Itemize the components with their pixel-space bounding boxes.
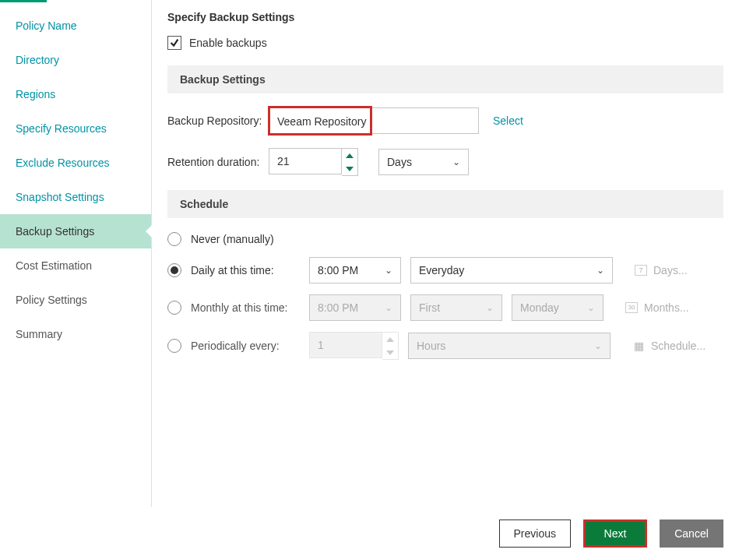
backup-repository-row: Backup Repository: Veeam Repository Sele…: [167, 107, 723, 134]
schedule-never-label: Never (manually): [191, 233, 300, 245]
sidebar-active-accent: [0, 0, 47, 2]
daily-days-label: Days...: [653, 264, 688, 276]
periodic-step-down: [382, 346, 398, 359]
schedule-monthly-row: Monthly at this time: 8:00 PM ⌄ First ⌄ …: [167, 294, 723, 321]
schedule-periodic-row: Periodically every: 1 Hours ⌄ ▦ Schedule…: [167, 332, 723, 360]
daily-time-dropdown[interactable]: 8:00 PM ⌄: [309, 257, 401, 284]
daily-days-button[interactable]: 7 Days...: [635, 264, 688, 276]
cancel-button[interactable]: Cancel: [660, 519, 723, 548]
sidebar-item-specify-resources[interactable]: Specify Resources: [0, 111, 151, 146]
sidebar-item-policy-name[interactable]: Policy Name: [0, 9, 151, 43]
page-title: Specify Backup Settings: [167, 11, 723, 23]
retention-row: Retention duration: 21 Days ⌄: [167, 148, 723, 176]
sidebar-item-exclude-resources[interactable]: Exclude Resources: [0, 146, 151, 180]
next-button[interactable]: Next: [583, 519, 647, 548]
retention-step-up[interactable]: [342, 149, 357, 162]
schedule-monthly-label: Monthly at this time:: [191, 301, 300, 314]
chevron-down-icon: ⌄: [596, 265, 604, 276]
chevron-down-icon: [346, 167, 354, 171]
backup-repository-field-wrap: Veeam Repository: [269, 107, 479, 134]
periodic-unit-value: Hours: [417, 340, 445, 352]
schedule-periodic-radio[interactable]: [167, 339, 181, 353]
chevron-down-icon: ⌄: [385, 265, 392, 276]
schedule-daily-row: Daily at this time: 8:00 PM ⌄ Everyday ⌄…: [167, 257, 723, 284]
chevron-down-icon: ⌄: [385, 302, 392, 313]
retention-unit-dropdown[interactable]: Days ⌄: [378, 149, 469, 175]
enable-backups-label: Enable backups: [189, 37, 267, 49]
periodic-schedule-label: Schedule...: [651, 340, 706, 352]
retention-spinner-buttons: [342, 148, 358, 176]
periodic-spinner-buttons: [382, 332, 399, 360]
retention-step-down[interactable]: [342, 162, 357, 175]
monthly-time-dropdown: 8:00 PM ⌄: [309, 294, 401, 321]
select-repository-link[interactable]: Select: [493, 114, 523, 127]
daily-time-value: 8:00 PM: [318, 264, 358, 276]
schedule-never-radio[interactable]: [167, 232, 181, 246]
daily-recurrence-value: Everyday: [419, 264, 464, 276]
wizard-footer: Previous Next Cancel: [0, 507, 739, 560]
schedule-grid-icon: ▦: [632, 340, 645, 352]
chevron-up-icon: [386, 337, 394, 342]
backup-repository-label: Backup Repository:: [167, 114, 269, 127]
schedule-monthly-radio[interactable]: [167, 301, 181, 315]
chevron-up-icon: [346, 153, 354, 158]
monthly-ordinal-value: First: [419, 301, 440, 314]
backup-repository-input[interactable]: Veeam Repository: [269, 107, 479, 134]
sidebar-item-summary[interactable]: Summary: [0, 317, 151, 351]
monthly-months-button[interactable]: 30 Months...: [625, 301, 689, 314]
schedule-daily-radio[interactable]: [167, 263, 181, 277]
chevron-down-icon: ⌄: [486, 302, 494, 313]
previous-button[interactable]: Previous: [499, 519, 571, 548]
retention-label: Retention duration:: [167, 156, 269, 168]
sidebar-item-policy-settings[interactable]: Policy Settings: [0, 283, 151, 317]
calendar-30-icon: 30: [625, 302, 638, 313]
sidebar-item-snapshot-settings[interactable]: Snapshot Settings: [0, 180, 151, 214]
schedule-daily-label: Daily at this time:: [191, 264, 300, 276]
monthly-months-label: Months...: [644, 301, 689, 314]
enable-backups-row: Enable backups: [167, 36, 723, 50]
sidebar-item-directory[interactable]: Directory: [0, 43, 151, 77]
main-panel: Specify Backup Settings Enable backups B…: [152, 0, 739, 560]
retention-spinner: 21: [269, 148, 358, 176]
monthly-ordinal-dropdown: First ⌄: [410, 294, 502, 321]
periodic-step-up: [382, 333, 398, 346]
chevron-down-icon: ⌄: [587, 302, 595, 313]
periodic-schedule-button[interactable]: ▦ Schedule...: [632, 340, 706, 352]
enable-backups-checkbox[interactable]: [167, 36, 181, 50]
monthly-time-value: 8:00 PM: [318, 301, 358, 314]
backup-settings-section-header: Backup Settings: [167, 65, 723, 93]
sidebar-item-cost-estimation[interactable]: Cost Estimation: [0, 248, 151, 283]
retention-value-input[interactable]: 21: [269, 148, 342, 174]
app-root: Policy Name Directory Regions Specify Re…: [0, 0, 739, 560]
chevron-down-icon: ⌄: [594, 340, 602, 351]
check-icon: [169, 37, 180, 48]
monthly-weekday-value: Monday: [520, 301, 559, 314]
periodic-value-input: 1: [309, 332, 382, 358]
retention-unit-value: Days: [387, 156, 412, 168]
wizard-sidebar: Policy Name Directory Regions Specify Re…: [0, 0, 152, 560]
daily-recurrence-dropdown[interactable]: Everyday ⌄: [410, 257, 613, 284]
calendar-7-icon: 7: [635, 265, 647, 276]
chevron-down-icon: ⌄: [452, 157, 460, 167]
schedule-section-header: Schedule: [167, 190, 723, 218]
chevron-down-icon: [386, 350, 394, 355]
sidebar-item-regions[interactable]: Regions: [0, 77, 151, 111]
monthly-weekday-dropdown: Monday ⌄: [512, 294, 604, 321]
periodic-unit-dropdown: Hours ⌄: [408, 333, 611, 359]
schedule-never-row: Never (manually): [167, 232, 723, 246]
sidebar-item-backup-settings[interactable]: Backup Settings: [0, 214, 151, 248]
schedule-periodic-label: Periodically every:: [191, 340, 300, 352]
